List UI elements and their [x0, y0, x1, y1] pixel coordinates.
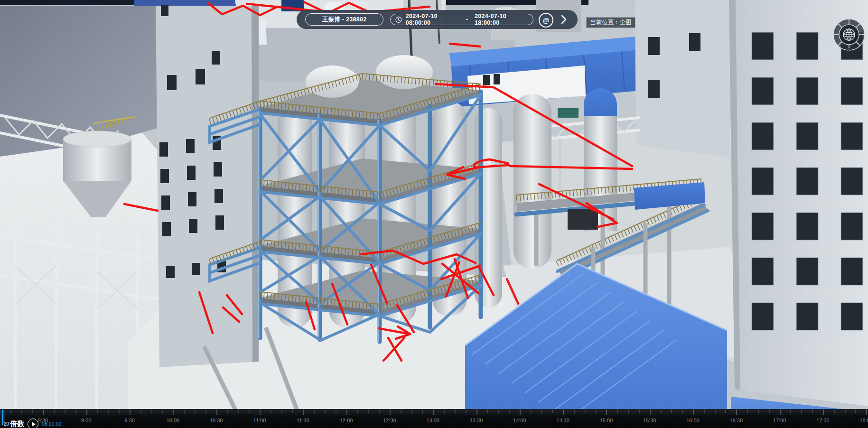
timeline-minor-tick	[162, 409, 163, 413]
timeline-label: 10:00	[167, 418, 180, 423]
timeline-minor-tick	[574, 409, 575, 413]
timeline-minor-tick	[54, 409, 55, 413]
timeline-minor-tick	[401, 409, 401, 413]
timeline-major-tick	[866, 409, 867, 415]
timeline-label: 10:30	[210, 418, 223, 423]
timeline-label: 16:30	[730, 418, 743, 423]
timeline-major-tick	[823, 409, 824, 415]
location-badge-text: 当前位置：全图	[590, 19, 632, 27]
timeline-minor-tick	[769, 409, 770, 413]
speed-value[interactable]: 20	[4, 421, 9, 427]
timeline-major-tick	[346, 409, 347, 415]
scene-3d-viewport[interactable]	[0, 0, 868, 428]
timeline-minor-tick	[704, 409, 705, 413]
timeline-major-tick	[173, 409, 174, 415]
timeline-minor-tick	[357, 409, 358, 413]
timeline-major-tick	[216, 409, 217, 415]
timeline-minor-tick	[834, 409, 835, 413]
timeline-minor-tick	[715, 409, 716, 413]
timeline-minor-tick	[671, 409, 672, 413]
timeline-major-tick	[303, 409, 304, 415]
compass-widget[interactable]	[832, 18, 866, 51]
timeline-bar[interactable]: 8:309:009:3010:0010:3011:0011:3012:0012:…	[0, 409, 868, 428]
timeline-minor-tick	[21, 409, 22, 413]
timeline-minor-tick	[271, 409, 271, 413]
timeline-minor-tick	[379, 409, 380, 413]
timeline-minor-tick	[725, 409, 726, 413]
datetime-end: 2024-07-10 18:00:00	[475, 13, 528, 26]
timeline-label: 18:00	[859, 418, 868, 423]
timeline-minor-tick	[140, 409, 141, 413]
timeline-major-tick	[476, 409, 477, 415]
timeline-label: 12:30	[383, 418, 396, 423]
timeline-major-tick	[780, 409, 781, 415]
timeline-minor-tick	[32, 409, 33, 413]
play-button[interactable]	[28, 419, 38, 428]
timeline-minor-tick	[368, 409, 369, 413]
timeline-minor-tick	[855, 409, 856, 413]
play-icon	[32, 422, 36, 427]
timeline-minor-tick	[205, 409, 206, 413]
datetime-separator: -	[466, 16, 468, 23]
timeline-minor-tick	[411, 409, 412, 413]
timeline-major-tick	[433, 409, 434, 415]
datetime-range-pill[interactable]: 2024-07-10 08:00:00 - 2024-07-10 18:00:0…	[390, 14, 533, 25]
globe-icon	[843, 29, 855, 40]
timeline-major-tick	[260, 409, 261, 415]
timeline-minor-tick	[585, 409, 586, 413]
timeline-minor-tick	[249, 409, 250, 413]
search-button[interactable]: @	[539, 13, 553, 28]
timeline-minor-tick	[281, 409, 282, 413]
timeline-label: 16:00	[686, 418, 700, 423]
timeline-minor-tick	[151, 409, 152, 413]
timeline-minor-tick	[541, 409, 542, 413]
compass-north-label: N	[846, 47, 849, 53]
timeline-minor-tick	[487, 409, 488, 413]
timeline-minor-tick	[75, 409, 76, 413]
datetime-start: 2024-07-10 08:00:00	[406, 13, 459, 26]
timeline-minor-tick	[758, 409, 759, 413]
timeline-minor-tick	[498, 409, 499, 413]
building-left-center	[156, 5, 259, 367]
timeline-minor-tick	[801, 409, 802, 413]
timeline-major-tick	[736, 409, 737, 415]
timeline-minor-tick	[184, 409, 185, 413]
at-search-icon: @	[543, 17, 550, 24]
timeline-major-tick	[520, 409, 521, 415]
timeline-minor-tick	[617, 409, 618, 413]
timeline-label: 12:00	[340, 418, 353, 423]
timeline-major-tick	[650, 409, 651, 415]
timeline-minor-tick	[108, 409, 109, 413]
timeline-minor-tick	[325, 409, 326, 413]
timeline-major-tick	[43, 409, 44, 415]
timeline-minor-tick	[195, 409, 196, 413]
person-query-text: 王振博 - 238802	[322, 16, 367, 24]
timeline-minor-tick	[466, 409, 467, 413]
timeline-minor-tick	[422, 409, 423, 413]
timeline-label: 9:30	[124, 418, 134, 423]
next-button[interactable]	[557, 13, 570, 26]
timeline-minor-tick	[531, 409, 532, 413]
timeline-label: 13:30	[470, 418, 483, 423]
timeline-label: 17:30	[816, 418, 830, 423]
building-right	[729, 0, 868, 406]
timeline-minor-tick	[661, 409, 662, 413]
timeline-minor-tick	[65, 409, 65, 413]
timeline-label: 14:30	[556, 418, 569, 423]
timeline-minor-tick	[812, 409, 813, 413]
location-badge: 当前位置：全图	[586, 17, 635, 28]
timeline-label: 11:00	[253, 418, 266, 423]
timeline-major-tick	[693, 409, 694, 415]
timeline-minor-tick	[227, 409, 228, 413]
timeline-minor-tick	[238, 409, 239, 413]
timeline-label: 15:00	[600, 418, 613, 423]
timeline-playhead[interactable]	[2, 409, 3, 425]
timeline-major-tick	[390, 409, 391, 415]
timeline-minor-tick	[455, 409, 456, 413]
person-query-pill[interactable]: 王振博 - 238802	[305, 13, 383, 26]
timeline-minor-tick	[336, 409, 336, 413]
timeline-minor-tick	[444, 409, 445, 413]
timeline-minor-tick	[314, 409, 315, 413]
timeline-minor-tick	[119, 409, 120, 413]
playback-controls: 20 倍数 08:00:00	[4, 419, 61, 428]
